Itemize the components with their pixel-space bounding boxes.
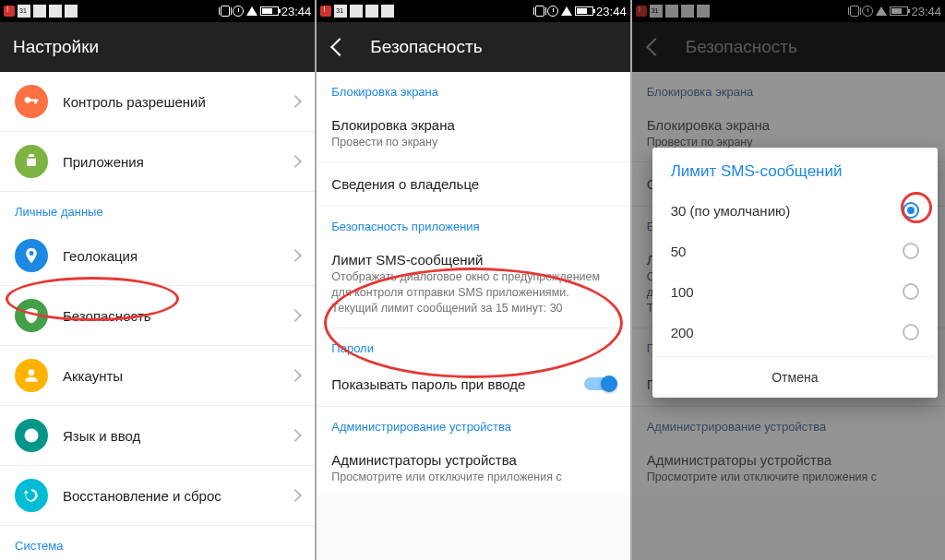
row-security[interactable]: Безопасность bbox=[0, 286, 315, 346]
row-label: Сведения о владельце bbox=[331, 176, 615, 192]
option-label: 100 bbox=[671, 284, 694, 300]
row-title: Лимит SMS-сообщений bbox=[331, 252, 615, 268]
mail-icon bbox=[49, 5, 62, 18]
option-30[interactable]: 30 (по умолчанию) bbox=[656, 190, 934, 231]
option-label: 30 (по умолчанию) bbox=[671, 203, 791, 219]
chevron-right-icon bbox=[289, 249, 302, 262]
status-bar: 23:44 bbox=[0, 0, 315, 22]
section-passwords: Пароли bbox=[317, 328, 629, 363]
vibrate-icon bbox=[535, 6, 544, 17]
app-bar: Настройки bbox=[0, 22, 315, 72]
cancel-button[interactable]: Отмена bbox=[656, 356, 934, 398]
calendar-icon bbox=[334, 5, 347, 18]
row-backup[interactable]: Восстановление и сброс bbox=[0, 466, 315, 526]
notif-icon bbox=[4, 6, 15, 17]
option-50[interactable]: 50 bbox=[656, 231, 934, 271]
row-label: Геолокация bbox=[63, 248, 291, 264]
chevron-right-icon bbox=[289, 369, 302, 382]
section-admin: Администрирование устройства bbox=[317, 407, 629, 441]
row-permissions[interactable]: Контроль разрешений bbox=[0, 72, 315, 132]
screen-security-dialog: 23:44 Безопасность Блокировка экрана Бло… bbox=[630, 0, 945, 560]
row-lang[interactable]: T Язык и ввод bbox=[0, 406, 315, 466]
wifi-icon bbox=[561, 6, 572, 16]
radio-icon bbox=[903, 283, 919, 300]
back-button[interactable] bbox=[329, 38, 348, 56]
shield-icon bbox=[15, 299, 48, 332]
option-label: 200 bbox=[671, 325, 694, 340]
gallery-icon bbox=[350, 5, 363, 18]
page-title: Настройки bbox=[13, 37, 99, 57]
toggle-show-password[interactable] bbox=[584, 377, 616, 390]
wifi-icon bbox=[246, 6, 257, 16]
sms-limit-dialog: Лимит SMS-сообщений 30 (по умолчанию) 50… bbox=[652, 148, 938, 398]
row-title: Блокировка экрана bbox=[331, 117, 615, 133]
row-label: Приложения bbox=[63, 154, 291, 170]
radio-icon bbox=[903, 243, 919, 259]
row-label: Восстановление и сброс bbox=[63, 488, 291, 504]
chevron-right-icon bbox=[289, 309, 302, 322]
svg-text:T: T bbox=[29, 431, 34, 440]
chevron-right-icon bbox=[289, 95, 302, 108]
row-device-admins[interactable]: Администраторы устройства Просмотрите ил… bbox=[317, 441, 629, 496]
dialog-title: Лимит SMS-сообщений bbox=[656, 162, 934, 190]
calendar-icon bbox=[18, 5, 30, 18]
row-subtitle: Отображать диалоговое окно с предупрежде… bbox=[331, 269, 615, 316]
android-icon bbox=[15, 145, 48, 178]
app-bar: Безопасность bbox=[317, 22, 629, 72]
row-label: Язык и ввод bbox=[63, 428, 291, 444]
clock: 23:44 bbox=[596, 5, 627, 18]
vibrate-icon bbox=[221, 6, 230, 17]
section-personal: Личные данные bbox=[0, 192, 315, 226]
gallery-icon bbox=[33, 5, 46, 18]
row-subtitle: Просмотрите или отключите приложения с bbox=[331, 470, 615, 485]
row-location[interactable]: Геолокация bbox=[0, 226, 315, 286]
section-lock: Блокировка экрана bbox=[317, 72, 629, 106]
notif-icon bbox=[320, 6, 331, 17]
page-title: Безопасность bbox=[370, 37, 482, 57]
option-200[interactable]: 200 bbox=[656, 312, 934, 352]
chevron-right-icon bbox=[289, 429, 302, 442]
option-100[interactable]: 100 bbox=[656, 271, 934, 312]
row-sms-limit[interactable]: Лимит SMS-сообщений Отображать диалогово… bbox=[317, 241, 629, 328]
user-icon bbox=[15, 359, 48, 392]
option-label: 50 bbox=[671, 244, 687, 259]
battery-icon bbox=[575, 6, 593, 16]
mail-icon bbox=[365, 5, 378, 18]
battery-icon bbox=[260, 6, 279, 16]
chevron-right-icon bbox=[289, 155, 302, 168]
clock: 23:44 bbox=[281, 5, 312, 18]
language-icon: T bbox=[15, 419, 48, 452]
row-show-password[interactable]: Показывать пароль при вводе bbox=[317, 363, 629, 407]
row-screenlock[interactable]: Блокировка экрана Провести по экрану bbox=[317, 106, 629, 162]
store-icon bbox=[381, 5, 394, 18]
row-owner[interactable]: Сведения о владельце bbox=[317, 162, 629, 207]
section-appsec: Безопасность приложения bbox=[317, 207, 629, 241]
store-icon bbox=[65, 5, 78, 18]
row-label: Аккаунты bbox=[63, 368, 291, 384]
row-label: Безопасность bbox=[63, 308, 291, 324]
alarm-icon bbox=[233, 6, 244, 17]
location-icon bbox=[15, 239, 48, 272]
row-label: Контроль разрешений bbox=[63, 94, 291, 110]
section-system: Система bbox=[0, 526, 315, 560]
restore-icon bbox=[15, 479, 48, 512]
screen-security: 23:44 Безопасность Блокировка экрана Бло… bbox=[315, 0, 629, 560]
status-bar: 23:44 bbox=[317, 0, 629, 22]
chevron-right-icon bbox=[289, 489, 302, 502]
row-title: Администраторы устройства bbox=[331, 452, 615, 468]
screen-settings: 23:44 Настройки Контроль разрешений Прил… bbox=[0, 0, 315, 560]
radio-icon bbox=[903, 324, 919, 340]
key-icon bbox=[15, 85, 48, 118]
row-apps[interactable]: Приложения bbox=[0, 132, 315, 192]
row-accounts[interactable]: Аккаунты bbox=[0, 346, 315, 406]
radio-icon bbox=[903, 202, 919, 219]
row-label: Показывать пароль при вводе bbox=[331, 376, 576, 392]
row-subtitle: Провести по экрану bbox=[331, 135, 615, 150]
alarm-icon bbox=[547, 6, 558, 17]
